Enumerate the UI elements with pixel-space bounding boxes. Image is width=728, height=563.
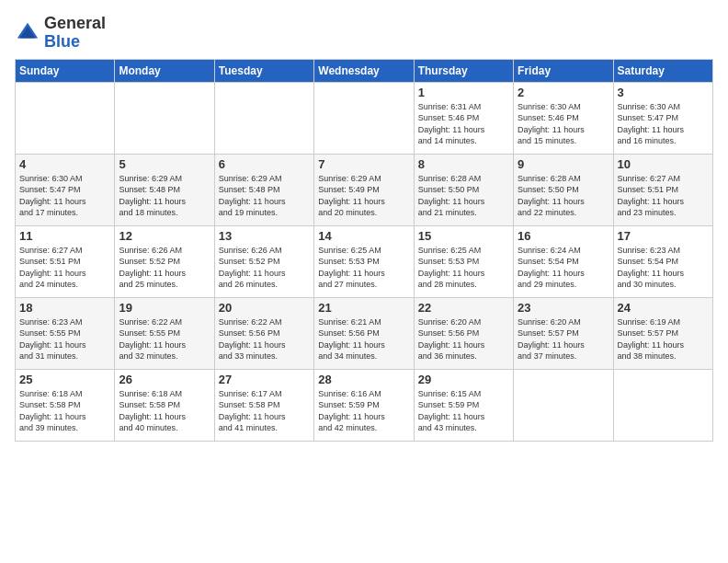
day-number: 22 <box>418 301 509 315</box>
day-info: Sunrise: 6:15 AM Sunset: 5:59 PM Dayligh… <box>418 388 509 434</box>
weekday-header-cell: Saturday <box>613 59 712 82</box>
calendar-day-cell: 11Sunrise: 6:27 AM Sunset: 5:51 PM Dayli… <box>16 225 115 297</box>
calendar-day-cell <box>115 82 214 154</box>
calendar-day-cell: 18Sunrise: 6:23 AM Sunset: 5:55 PM Dayli… <box>16 297 115 369</box>
day-number: 3 <box>618 86 709 99</box>
day-info: Sunrise: 6:29 AM Sunset: 5:48 PM Dayligh… <box>119 173 210 219</box>
calendar-day-cell: 28Sunrise: 6:16 AM Sunset: 5:59 PM Dayli… <box>314 369 414 441</box>
weekday-header: SundayMondayTuesdayWednesdayThursdayFrid… <box>16 59 713 82</box>
calendar-day-cell: 20Sunrise: 6:22 AM Sunset: 5:56 PM Dayli… <box>214 297 313 369</box>
day-info: Sunrise: 6:30 AM Sunset: 5:47 PM Dayligh… <box>618 101 709 147</box>
calendar-day-cell: 6Sunrise: 6:29 AM Sunset: 5:48 PM Daylig… <box>214 154 313 225</box>
day-number: 6 <box>219 157 310 171</box>
calendar-day-cell <box>314 82 414 154</box>
day-number: 17 <box>618 229 709 243</box>
calendar-day-cell: 4Sunrise: 6:30 AM Sunset: 5:47 PM Daylig… <box>16 154 115 225</box>
weekday-header-cell: Sunday <box>16 59 115 82</box>
day-info: Sunrise: 6:31 AM Sunset: 5:46 PM Dayligh… <box>418 101 509 147</box>
day-number: 18 <box>19 301 110 315</box>
day-number: 21 <box>318 301 409 315</box>
day-number: 25 <box>19 373 110 386</box>
calendar-day-cell: 21Sunrise: 6:21 AM Sunset: 5:56 PM Dayli… <box>314 297 414 369</box>
calendar-week-row: 18Sunrise: 6:23 AM Sunset: 5:55 PM Dayli… <box>16 297 713 369</box>
weekday-header-cell: Tuesday <box>214 59 313 82</box>
logo: General Blue <box>15 15 106 52</box>
calendar-day-cell: 17Sunrise: 6:23 AM Sunset: 5:54 PM Dayli… <box>613 225 712 297</box>
calendar-day-cell: 5Sunrise: 6:29 AM Sunset: 5:48 PM Daylig… <box>115 154 214 225</box>
logo-icon <box>15 20 40 46</box>
day-info: Sunrise: 6:21 AM Sunset: 5:56 PM Dayligh… <box>318 316 409 362</box>
day-number: 28 <box>318 373 409 386</box>
calendar-day-cell: 15Sunrise: 6:25 AM Sunset: 5:53 PM Dayli… <box>414 225 513 297</box>
calendar-week-row: 4Sunrise: 6:30 AM Sunset: 5:47 PM Daylig… <box>16 154 713 225</box>
page-container: General Blue SundayMondayTuesdayWednesda… <box>0 0 728 449</box>
weekday-header-cell: Monday <box>115 59 214 82</box>
calendar-day-cell: 19Sunrise: 6:22 AM Sunset: 5:55 PM Dayli… <box>115 297 214 369</box>
day-info: Sunrise: 6:25 AM Sunset: 5:53 PM Dayligh… <box>418 245 509 291</box>
weekday-header-cell: Thursday <box>414 59 513 82</box>
day-number: 15 <box>418 229 509 243</box>
calendar-day-cell: 3Sunrise: 6:30 AM Sunset: 5:47 PM Daylig… <box>613 82 712 154</box>
weekday-header-cell: Wednesday <box>314 59 414 82</box>
calendar-day-cell: 29Sunrise: 6:15 AM Sunset: 5:59 PM Dayli… <box>414 369 513 441</box>
calendar-day-cell: 27Sunrise: 6:17 AM Sunset: 5:58 PM Dayli… <box>214 369 313 441</box>
day-info: Sunrise: 6:27 AM Sunset: 5:51 PM Dayligh… <box>19 245 110 291</box>
calendar-day-cell: 25Sunrise: 6:18 AM Sunset: 5:58 PM Dayli… <box>16 369 115 441</box>
day-info: Sunrise: 6:22 AM Sunset: 5:56 PM Dayligh… <box>219 316 310 362</box>
calendar-day-cell: 7Sunrise: 6:29 AM Sunset: 5:49 PM Daylig… <box>314 154 414 225</box>
day-info: Sunrise: 6:30 AM Sunset: 5:46 PM Dayligh… <box>518 101 609 147</box>
day-info: Sunrise: 6:23 AM Sunset: 5:55 PM Dayligh… <box>19 316 110 362</box>
calendar-day-cell: 1Sunrise: 6:31 AM Sunset: 5:46 PM Daylig… <box>414 82 513 154</box>
day-info: Sunrise: 6:28 AM Sunset: 5:50 PM Dayligh… <box>418 173 509 219</box>
day-info: Sunrise: 6:20 AM Sunset: 5:56 PM Dayligh… <box>418 316 509 362</box>
calendar-day-cell: 22Sunrise: 6:20 AM Sunset: 5:56 PM Dayli… <box>414 297 513 369</box>
day-number: 7 <box>318 157 409 171</box>
day-info: Sunrise: 6:29 AM Sunset: 5:48 PM Dayligh… <box>219 173 310 219</box>
day-info: Sunrise: 6:24 AM Sunset: 5:54 PM Dayligh… <box>518 245 609 291</box>
calendar-day-cell: 10Sunrise: 6:27 AM Sunset: 5:51 PM Dayli… <box>613 154 712 225</box>
day-number: 10 <box>618 157 709 171</box>
calendar-day-cell <box>16 82 115 154</box>
day-number: 27 <box>219 373 310 386</box>
day-info: Sunrise: 6:27 AM Sunset: 5:51 PM Dayligh… <box>618 173 709 219</box>
day-number: 29 <box>418 373 509 386</box>
calendar-day-cell: 26Sunrise: 6:18 AM Sunset: 5:58 PM Dayli… <box>115 369 214 441</box>
day-number: 11 <box>19 229 110 243</box>
calendar-day-cell: 13Sunrise: 6:26 AM Sunset: 5:52 PM Dayli… <box>214 225 313 297</box>
day-info: Sunrise: 6:17 AM Sunset: 5:58 PM Dayligh… <box>219 388 310 434</box>
calendar-day-cell: 8Sunrise: 6:28 AM Sunset: 5:50 PM Daylig… <box>414 154 513 225</box>
day-number: 24 <box>618 301 709 315</box>
day-number: 16 <box>518 229 609 243</box>
header-section: General Blue <box>15 11 713 52</box>
day-info: Sunrise: 6:22 AM Sunset: 5:55 PM Dayligh… <box>119 316 210 362</box>
day-number: 13 <box>219 229 310 243</box>
day-number: 14 <box>318 229 409 243</box>
calendar-week-row: 11Sunrise: 6:27 AM Sunset: 5:51 PM Dayli… <box>16 225 713 297</box>
calendar-day-cell: 24Sunrise: 6:19 AM Sunset: 5:57 PM Dayli… <box>613 297 712 369</box>
calendar-day-cell: 12Sunrise: 6:26 AM Sunset: 5:52 PM Dayli… <box>115 225 214 297</box>
weekday-header-cell: Friday <box>514 59 613 82</box>
day-info: Sunrise: 6:20 AM Sunset: 5:57 PM Dayligh… <box>518 316 609 362</box>
day-number: 23 <box>518 301 609 315</box>
day-info: Sunrise: 6:25 AM Sunset: 5:53 PM Dayligh… <box>318 245 409 291</box>
day-number: 26 <box>119 373 210 386</box>
calendar-day-cell <box>214 82 313 154</box>
day-info: Sunrise: 6:19 AM Sunset: 5:57 PM Dayligh… <box>618 316 709 362</box>
calendar-week-row: 25Sunrise: 6:18 AM Sunset: 5:58 PM Dayli… <box>16 369 713 441</box>
calendar-day-cell <box>613 369 712 441</box>
day-number: 4 <box>19 157 110 171</box>
day-info: Sunrise: 6:16 AM Sunset: 5:59 PM Dayligh… <box>318 388 409 434</box>
day-info: Sunrise: 6:18 AM Sunset: 5:58 PM Dayligh… <box>19 388 110 434</box>
day-info: Sunrise: 6:23 AM Sunset: 5:54 PM Dayligh… <box>618 245 709 291</box>
calendar-table: SundayMondayTuesdayWednesdayThursdayFrid… <box>15 59 713 442</box>
calendar-day-cell: 9Sunrise: 6:28 AM Sunset: 5:50 PM Daylig… <box>514 154 613 225</box>
day-number: 12 <box>119 229 210 243</box>
day-info: Sunrise: 6:28 AM Sunset: 5:50 PM Dayligh… <box>518 173 609 219</box>
day-info: Sunrise: 6:26 AM Sunset: 5:52 PM Dayligh… <box>119 245 210 291</box>
day-number: 5 <box>119 157 210 171</box>
day-number: 8 <box>418 157 509 171</box>
calendar-week-row: 1Sunrise: 6:31 AM Sunset: 5:46 PM Daylig… <box>16 82 713 154</box>
calendar-body: 1Sunrise: 6:31 AM Sunset: 5:46 PM Daylig… <box>16 82 713 441</box>
calendar-day-cell: 14Sunrise: 6:25 AM Sunset: 5:53 PM Dayli… <box>314 225 414 297</box>
day-info: Sunrise: 6:29 AM Sunset: 5:49 PM Dayligh… <box>318 173 409 219</box>
